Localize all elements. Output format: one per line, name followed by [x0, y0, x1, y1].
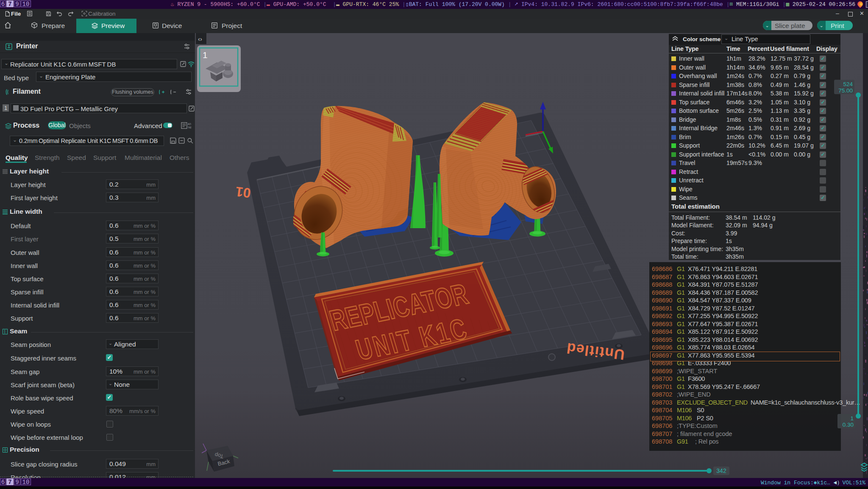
- svg-text:‹›: ‹›: [198, 35, 202, 42]
- svg-text:1: 1: [203, 50, 208, 60]
- svg-text:342: 342: [716, 467, 726, 474]
- svg-text:%B: %B: [188, 126, 191, 129]
- svg-text:01: 01: [235, 184, 252, 201]
- svg-text:A%: A%: [188, 123, 191, 126]
